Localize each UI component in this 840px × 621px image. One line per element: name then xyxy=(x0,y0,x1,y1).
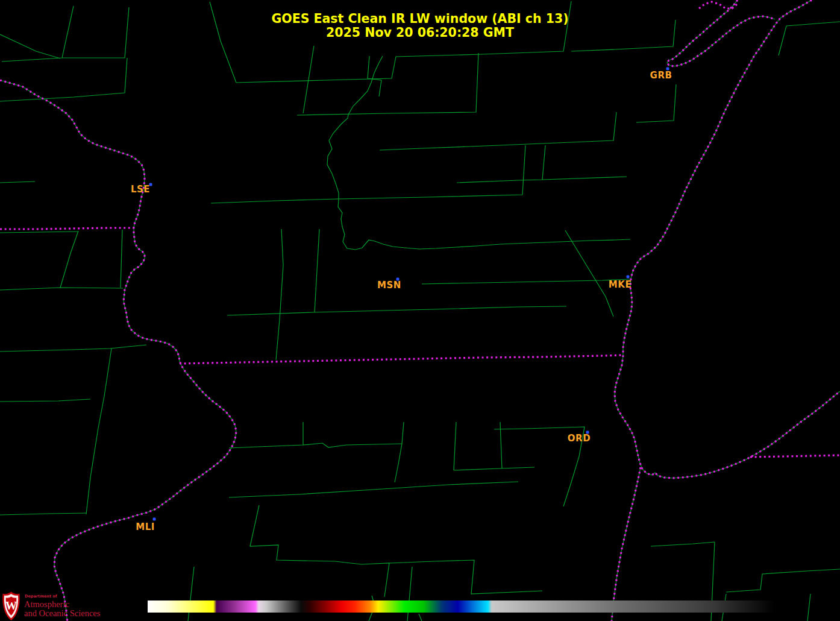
county-boundary-line xyxy=(454,467,534,470)
county-boundary-line xyxy=(188,567,194,621)
lake-michigan-shore xyxy=(615,0,840,478)
county-boundary-line xyxy=(0,58,127,101)
county-boundary-line xyxy=(419,614,422,621)
county-boundary-line xyxy=(315,229,319,312)
county-boundary-line xyxy=(779,22,840,55)
green-bay-shore-coast xyxy=(667,0,775,66)
county-boundary-line xyxy=(276,229,283,360)
green-bay-shore xyxy=(667,0,775,66)
county-boundary-line xyxy=(726,569,840,592)
county-boundary-line xyxy=(380,112,616,150)
county-boundary-line xyxy=(454,422,456,470)
county-boundary-line xyxy=(210,2,236,83)
county-boundary-line xyxy=(2,6,74,61)
county-boundary-line xyxy=(402,422,404,444)
county-boundary-line xyxy=(62,7,129,58)
county-boundary-line xyxy=(86,348,111,514)
county-boundary-line xyxy=(303,46,314,113)
logo-dept-line: Department of xyxy=(25,594,100,599)
county-boundary-line xyxy=(121,230,122,288)
svg-text:W: W xyxy=(5,599,17,612)
county-boundary-line xyxy=(0,181,35,183)
logo-name-line2: and Oceanic Sciences xyxy=(24,609,100,618)
station-label-LSE: LSE xyxy=(131,184,150,195)
county-boundary-line xyxy=(571,48,639,51)
uw-aos-logo: W Department of Atmospheric and Oceanic … xyxy=(2,591,146,621)
wi-il-border xyxy=(180,355,624,364)
county-boundary-line xyxy=(457,145,545,183)
station-label-GRB: GRB xyxy=(650,70,672,81)
county-boundary-line xyxy=(0,513,86,515)
mn-ia-border xyxy=(0,228,134,229)
county-boundary-line xyxy=(0,34,60,58)
station-dot-MLI xyxy=(153,518,156,521)
county-boundary-line xyxy=(229,482,518,497)
county-boundary-line xyxy=(639,20,675,48)
county-boundary-line xyxy=(0,345,146,351)
county-boundary-line xyxy=(636,84,676,122)
station-label-ORD: ORD xyxy=(568,433,591,444)
logo-name-line1: Atmospheric xyxy=(24,600,100,609)
county-boundary-line xyxy=(227,306,566,315)
county-boundary-line xyxy=(389,560,542,594)
county-boundary-line xyxy=(211,145,525,203)
county-boundary-line xyxy=(651,542,715,546)
county-boundary-line xyxy=(303,443,402,447)
county-boundary-line xyxy=(236,1,571,83)
county-boundary-line xyxy=(407,567,412,621)
county-boundary-line xyxy=(250,505,389,597)
map-canvas: GRBLSEMSNMKEORDMLI xyxy=(0,0,840,621)
station-dot-MKE xyxy=(627,276,630,279)
county-boundary-line xyxy=(0,399,90,402)
county-boundary-line xyxy=(60,231,78,288)
logo-wordmark: Department of Atmospheric and Oceanic Sc… xyxy=(24,592,100,619)
county-boundary-line xyxy=(0,232,78,233)
county-boundary-line xyxy=(422,279,630,284)
il-in-border xyxy=(612,467,641,621)
ir-color-scale-bar xyxy=(148,601,774,613)
county-boundary-line xyxy=(229,422,303,448)
station-label-MKE: MKE xyxy=(609,279,632,290)
county-boundary-line xyxy=(542,177,627,180)
county-boundary-line xyxy=(297,53,478,115)
mi-in-border xyxy=(750,455,840,457)
satellite-image-viewport: GRBLSEMSNMKEORDMLI GOES East Clean IR LW… xyxy=(0,0,840,621)
lake-michigan-shore-coast xyxy=(615,0,840,478)
county-boundary-line xyxy=(327,56,630,250)
station-label-MLI: MLI xyxy=(136,522,155,532)
county-boundary-line xyxy=(565,230,613,317)
county-boundary-line xyxy=(0,288,123,290)
uw-crest-icon: W xyxy=(2,591,20,621)
county-boundary-line xyxy=(807,594,810,621)
station-label-MSN: MSN xyxy=(377,280,401,291)
county-boundary-line xyxy=(395,444,402,482)
